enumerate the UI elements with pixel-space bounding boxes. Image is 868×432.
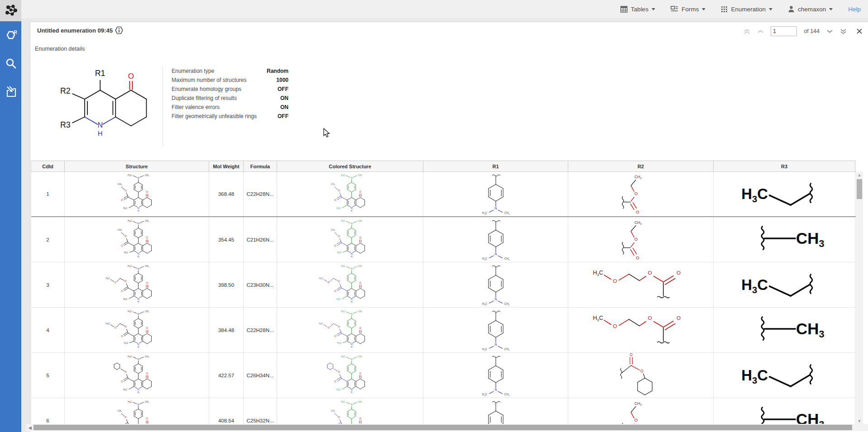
vertical-scrollbar[interactable]: ▲ ▼: [856, 172, 863, 424]
svg-text:N: N: [494, 206, 497, 210]
cell-r2: CH3OO: [568, 398, 714, 424]
column-header-colored-structure[interactable]: Colored Structure: [277, 161, 423, 171]
svg-text:O: O: [125, 235, 127, 237]
column-header-r2[interactable]: R2: [568, 161, 714, 171]
structure-depiction: ONHNH3CCH3OOOH3CH3C: [101, 308, 173, 352]
table-row[interactable]: 6ONHNH3CCH3OOCH3H3C408.54C25H32N...ONHNH…: [31, 398, 856, 424]
r1-fragment-depiction: NH3CCH3: [471, 172, 520, 216]
detail-row: Filter geometrically unfeasible ringsOFF: [172, 112, 288, 121]
cell-structure: ONHNH3CCH3OOH3C: [65, 353, 209, 398]
scroll-up-icon[interactable]: ▲: [856, 172, 863, 178]
table-row[interactable]: 1ONHNH3CCH3OOCH3H3C368.48C22H28N...ONHNH…: [31, 172, 856, 217]
scroll-left-icon[interactable]: ◀: [26, 425, 34, 430]
chevron-down-icon: [652, 8, 655, 10]
column-header-r1[interactable]: R1: [423, 161, 568, 171]
sidebar-item-import[interactable]: [0, 81, 21, 102]
svg-text:H: H: [138, 346, 139, 348]
svg-text:CH3: CH3: [145, 174, 149, 177]
next-page-icon[interactable]: [826, 29, 833, 33]
detail-label: Enumerate homology groups: [172, 86, 241, 92]
r3-fragment-depiction: H3C: [737, 267, 831, 303]
close-icon[interactable]: [856, 28, 863, 34]
svg-text:H3C: H3C: [337, 341, 341, 344]
column-header-r3[interactable]: R3: [714, 161, 855, 171]
detail-value: OFF: [278, 86, 288, 92]
detail-value: OFF: [278, 113, 288, 119]
svg-text:O: O: [360, 236, 362, 239]
table-row[interactable]: 4ONHNH3CCH3OOOH3CH3C384.48C22H28N...ONHN…: [31, 308, 856, 353]
svg-text:CH3: CH3: [358, 355, 362, 358]
table-row[interactable]: 2ONHNH3CCH3OOCH3H3C354.45C21H26N...ONHNH…: [31, 217, 856, 262]
svg-text:O: O: [125, 280, 127, 283]
help-link[interactable]: Help: [848, 6, 861, 13]
svg-text:O: O: [676, 315, 681, 320]
vertical-scroll-thumb[interactable]: [857, 179, 862, 199]
menu-forms[interactable]: Forms: [671, 6, 705, 13]
svg-text:H3C: H3C: [482, 211, 487, 215]
colored-structure-depiction: ONHNH3CCH3OOCH3H3C: [314, 399, 386, 425]
cell-r1: NH3CCH3: [423, 353, 568, 398]
results-table: CdIdStructureMol WeightFormulaColored St…: [31, 161, 856, 424]
svg-text:CH3: CH3: [145, 219, 149, 223]
column-header-cdid[interactable]: CdId: [31, 161, 65, 171]
table-row[interactable]: 5ONHNH3CCH3OOH3C422.57C26H34N...ONHNH3CC…: [31, 353, 856, 398]
menu-enumeration[interactable]: Enumeration: [721, 6, 772, 13]
detail-label: Filter valence errors: [172, 104, 220, 110]
svg-text:H3C: H3C: [741, 366, 768, 385]
menu-user[interactable]: chemaxon: [788, 5, 833, 13]
cell-colored-structure: ONHNH3CCH3OOOH3CH3C: [277, 308, 423, 352]
detail-row: Enumeration typeRandom: [172, 66, 288, 76]
svg-text:H3C: H3C: [741, 276, 768, 294]
cell-mol-weight: 384.48: [209, 308, 244, 352]
column-header-mol-weight[interactable]: Mol Weight: [209, 161, 244, 171]
cell-r1: NH3CCH3: [423, 172, 568, 216]
svg-text:O: O: [121, 244, 123, 247]
menu-tables[interactable]: Tables: [620, 6, 655, 13]
cell-r3: H3C: [714, 262, 855, 307]
sidebar-item-markush[interactable]: R: [0, 25, 21, 47]
page-number-input[interactable]: [771, 26, 797, 36]
horizontal-scroll-thumb[interactable]: [34, 425, 852, 430]
cell-colored-structure: ONHNH3CCH3OOOH3CH3C: [277, 262, 423, 307]
cell-cdid: 5: [31, 353, 65, 398]
detail-value: ON: [280, 104, 288, 110]
svg-text:O: O: [146, 190, 149, 193]
user-icon: [788, 5, 795, 13]
prev-page-icon[interactable]: [757, 29, 764, 33]
svg-text:O: O: [338, 280, 340, 283]
svg-text:O: O: [146, 417, 149, 420]
svg-text:O: O: [115, 281, 117, 284]
detail-value: ON: [280, 95, 288, 101]
svg-text:O: O: [146, 281, 149, 284]
cell-colored-structure: ONHNH3CCH3OOH3C: [277, 353, 423, 398]
column-header-formula[interactable]: Formula: [244, 161, 277, 171]
table-row[interactable]: 3ONHNH3CCH3OOOH3CH3C398.50C23H30N...ONHN…: [31, 262, 856, 308]
svg-text:CH3: CH3: [358, 310, 362, 313]
svg-text:O: O: [360, 281, 362, 284]
structure-depiction: ONHNH3CCH3OOCH3H3C: [101, 399, 173, 425]
svg-text:O: O: [125, 325, 127, 328]
horizontal-scrollbar[interactable]: ◀: [26, 424, 868, 431]
svg-text:N: N: [494, 387, 497, 391]
column-header-structure[interactable]: Structure: [65, 161, 209, 171]
sidebar-item-search[interactable]: [0, 52, 21, 74]
svg-text:H3C: H3C: [341, 174, 345, 177]
svg-text:O: O: [640, 369, 643, 373]
scroll-down-icon[interactable]: ▼: [856, 418, 863, 424]
info-icon[interactable]: [115, 26, 124, 37]
detail-row: Maximum number of structures1000: [172, 76, 288, 85]
last-page-icon[interactable]: [840, 28, 847, 34]
colored-structure-depiction: ONHNH3CCH3OOOH3CH3C: [314, 308, 386, 352]
page-title: Untitled enumeration 09:45: [37, 27, 113, 34]
details-heading: Enumeration details: [35, 46, 85, 52]
app-logo[interactable]: [0, 0, 21, 21]
svg-text:N: N: [137, 222, 139, 224]
svg-text:O: O: [634, 417, 638, 422]
cell-r2: OO: [568, 353, 714, 398]
svg-text:R2: R2: [60, 86, 71, 95]
first-page-icon[interactable]: [743, 28, 750, 34]
enumeration-icon: [721, 6, 728, 13]
svg-text:H3C: H3C: [106, 276, 110, 280]
cell-colored-structure: ONHNH3CCH3OOCH3H3C: [277, 172, 423, 216]
svg-text:N: N: [494, 297, 497, 301]
